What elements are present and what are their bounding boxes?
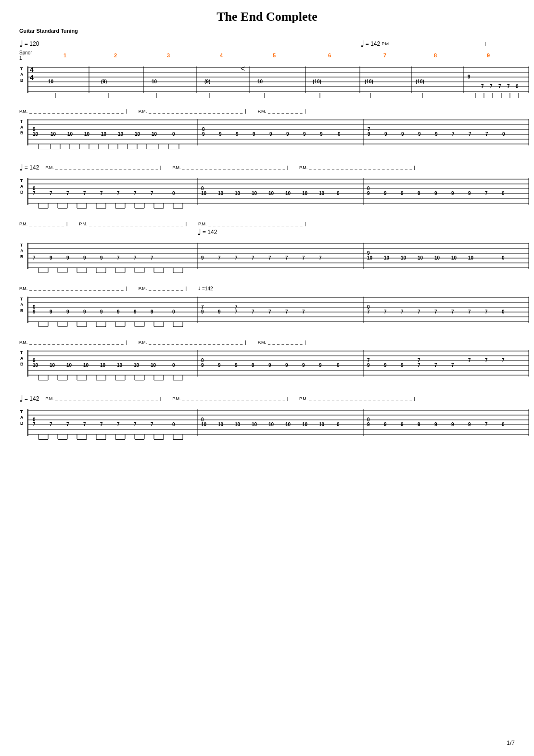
svg-text:10: 10 [302, 191, 308, 196]
svg-text:10: 10 [468, 255, 474, 261]
page: The End Complete Guitar Standard Tuning … [0, 0, 534, 756]
svg-text:7: 7 [451, 309, 454, 314]
svg-rect-196 [154, 208, 164, 209]
svg-text:7: 7 [117, 191, 120, 196]
tab-staff-row5: T A B 19 20 21 0 9 9 9 9 9 9 9 9 [19, 292, 529, 331]
svg-text:9: 9 [285, 363, 288, 368]
tempo-marking-2: ♩ = 142 P.M. _ _ _ _ _ _ _ _ _ _ _ _ _ _… [360, 39, 486, 49]
svg-text:10: 10 [50, 363, 55, 368]
svg-text:10: 10 [451, 255, 457, 261]
pm-label-top: P.M. [381, 41, 390, 46]
svg-text:10: 10 [268, 191, 274, 196]
svg-rect-404 [173, 380, 183, 380]
svg-text:T: T [20, 66, 23, 71]
svg-text:7: 7 [468, 309, 471, 314]
svg-rect-333 [173, 326, 183, 327]
svg-text:7: 7 [235, 309, 238, 314]
svg-text:4: 4 [220, 52, 223, 58]
svg-text:7: 7 [268, 255, 271, 261]
svg-text:0: 0 [172, 309, 175, 314]
pm-row-4: P.M._ _ _ _ _ _ _ _| P.M._ _ _ _ _ _ _ _… [19, 222, 515, 226]
svg-text:B: B [20, 130, 24, 135]
svg-rect-327 [135, 326, 144, 327]
svg-text:9: 9 [302, 363, 305, 368]
svg-text:9: 9 [83, 309, 86, 314]
svg-text:9: 9 [286, 131, 289, 137]
svg-text:B: B [20, 190, 24, 195]
svg-text:A: A [20, 125, 24, 130]
tempo-row4b: ♩ = 142 [197, 227, 515, 237]
svg-text:3: 3 [167, 52, 170, 58]
svg-text:<: < [241, 65, 245, 73]
svg-text:(10): (10) [313, 79, 321, 84]
svg-text:9: 9 [253, 131, 255, 137]
svg-rect-459 [77, 439, 87, 440]
svg-text:7: 7 [367, 309, 370, 314]
svg-text:9: 9 [384, 363, 387, 368]
svg-rect-252 [96, 273, 106, 273]
svg-text:B: B [20, 421, 24, 426]
svg-text:10: 10 [319, 422, 325, 427]
svg-text:10: 10 [252, 191, 257, 196]
svg-text:10: 10 [384, 255, 390, 261]
svg-text:0: 0 [172, 422, 175, 427]
svg-text:9: 9 [100, 309, 103, 314]
tab-row-2: P.M._ _ _ _ _ _ _ _ _ _ _ _ _ _ _ _ _ _ … [19, 109, 515, 156]
tempo-marking-1: ♩ = 120 [19, 39, 39, 49]
svg-text:10: 10 [257, 79, 263, 84]
svg-text:9: 9 [66, 309, 69, 314]
svg-rect-117 [89, 149, 99, 149]
svg-text:9: 9 [320, 131, 323, 137]
tab-staff-row1: T A B 4 4 10 [19, 62, 529, 100]
svg-text:9: 9 [219, 131, 222, 137]
svg-rect-324 [115, 326, 125, 327]
svg-rect-389 [77, 380, 87, 380]
svg-text:0: 0 [172, 363, 175, 368]
svg-text:7: 7 [401, 309, 404, 314]
svg-text:10: 10 [151, 363, 156, 368]
svg-text:7: 7 [434, 363, 437, 368]
svg-text:7: 7 [134, 255, 137, 261]
svg-text:7: 7 [485, 422, 488, 427]
svg-text:9: 9 [418, 131, 421, 137]
svg-text:(9): (9) [101, 79, 107, 84]
svg-text:9: 9 [218, 363, 221, 368]
svg-rect-468 [135, 439, 144, 440]
svg-text:9: 9 [151, 309, 153, 314]
svg-text:10: 10 [117, 363, 123, 368]
svg-text:7: 7 [100, 191, 103, 196]
tab-row-6: P.M._ _ _ _ _ _ _ _ _ _ _ _ _ _ _ _ _ _ … [19, 340, 515, 387]
svg-text:A: A [20, 72, 24, 77]
tab-row-4: P.M._ _ _ _ _ _ _ _| P.M._ _ _ _ _ _ _ _… [19, 222, 515, 279]
svg-text:7: 7 [151, 422, 153, 427]
svg-rect-123 [127, 149, 137, 149]
svg-text:9: 9 [319, 363, 322, 368]
svg-text:9: 9 [303, 131, 306, 137]
svg-text:10: 10 [67, 131, 73, 137]
svg-text:4: 4 [30, 74, 34, 81]
svg-text:T: T [20, 119, 23, 124]
tab-staff-row2: T A B 10 11 12 9 10 10 10 10 10 10 10 [19, 114, 529, 154]
svg-rect-401 [154, 380, 164, 380]
svg-text:7: 7 [50, 422, 52, 427]
svg-text:B: B [20, 362, 24, 366]
svg-text:9: 9 [268, 363, 271, 368]
svg-text:8: 8 [434, 52, 437, 58]
svg-text:T: T [20, 178, 23, 183]
svg-text:6: 6 [328, 52, 331, 58]
svg-text:10: 10 [66, 363, 72, 368]
svg-text:7: 7 [66, 422, 69, 427]
tempo-row3: ♩ = 142 P.M. _ _ _ _ _ _ _ _ _ _ _ _ _ _… [19, 162, 515, 173]
svg-text:10: 10 [235, 422, 241, 427]
svg-text:7: 7 [319, 255, 322, 261]
tab-row-3: ♩ = 142 P.M. _ _ _ _ _ _ _ _ _ _ _ _ _ _… [19, 162, 515, 215]
svg-text:0: 0 [337, 422, 340, 427]
svg-text:7: 7 [100, 422, 103, 427]
svg-text:9: 9 [368, 131, 370, 137]
svg-rect-199 [173, 208, 183, 209]
svg-text:7: 7 [151, 191, 153, 196]
svg-text:B: B [20, 78, 24, 83]
svg-text:9: 9 [401, 191, 404, 196]
svg-rect-184 [77, 208, 87, 209]
svg-text:9: 9 [202, 131, 205, 137]
